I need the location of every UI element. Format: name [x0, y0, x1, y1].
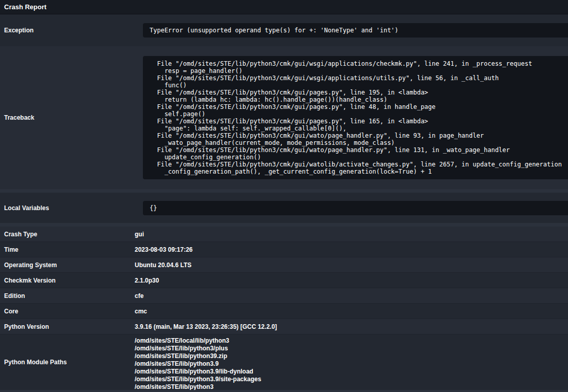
row-value: cfe — [135, 288, 568, 303]
row-value: Ubuntu 20.04.6 LTS — [135, 257, 568, 272]
row-value: gui — [135, 227, 568, 241]
table-row-crash-type: Crash Type gui — [0, 227, 568, 242]
page-title: Crash Report — [4, 3, 46, 11]
table-row-checkmk-version: Checkmk Version 2.1.0p30 — [0, 273, 568, 288]
table-row-time: Time 2023-08-03 09:17:26 — [0, 242, 568, 257]
traceback-code-block: File "/omd/sites/STE/lib/python3/cmk/gui… — [143, 56, 568, 179]
row-label: Python Version — [0, 319, 135, 334]
crash-report-page: Crash Report Exception TypeError (unsupp… — [0, 0, 568, 392]
row-value: cmc — [135, 304, 568, 319]
row-value: /omd/sites/STE/local/lib/python3 /omd/si… — [135, 337, 261, 391]
bottom-separator — [0, 390, 568, 392]
section-separator — [0, 223, 568, 227]
traceback-label: Traceback — [0, 46, 143, 189]
local-variables-code-block: {} — [143, 201, 568, 215]
exception-label: Exception — [0, 14, 143, 46]
table-row-edition: Edition cfe — [0, 288, 568, 304]
titlebar: Crash Report — [0, 0, 568, 14]
row-label: Edition — [0, 288, 135, 303]
exception-code-block: TypeError (unsupported operand type(s) f… — [143, 23, 568, 38]
section-separator — [0, 189, 568, 193]
exception-row: Exception TypeError (unsupported operand… — [0, 14, 568, 46]
local-variables-label: Local Variables — [0, 193, 143, 223]
row-label: Crash Type — [0, 227, 135, 241]
row-label: Operating System — [0, 257, 135, 272]
row-label: Core — [0, 304, 135, 319]
row-label: Checkmk Version — [0, 273, 135, 288]
table-row-core: Core cmc — [0, 304, 568, 319]
table-row-python-module-paths: Python Module Paths /omd/sites/STE/local… — [0, 334, 568, 390]
traceback-row: Traceback File "/omd/sites/STE/lib/pytho… — [0, 46, 568, 189]
table-row-operating-system: Operating System Ubuntu 20.04.6 LTS — [0, 257, 568, 273]
row-label: Python Module Paths — [0, 334, 135, 390]
row-value: 2023-08-03 09:17:26 — [135, 242, 568, 257]
table-row-python-version: Python Version 3.9.16 (main, Mar 13 2023… — [0, 319, 568, 334]
row-value: 3.9.16 (main, Mar 13 2023, 23:26:35) [GC… — [135, 319, 568, 334]
crash-details-table: Crash Type gui Time 2023-08-03 09:17:26 … — [0, 227, 568, 390]
row-label: Time — [0, 242, 135, 257]
local-variables-row: Local Variables {} — [0, 193, 568, 223]
row-value: 2.1.0p30 — [135, 273, 568, 288]
